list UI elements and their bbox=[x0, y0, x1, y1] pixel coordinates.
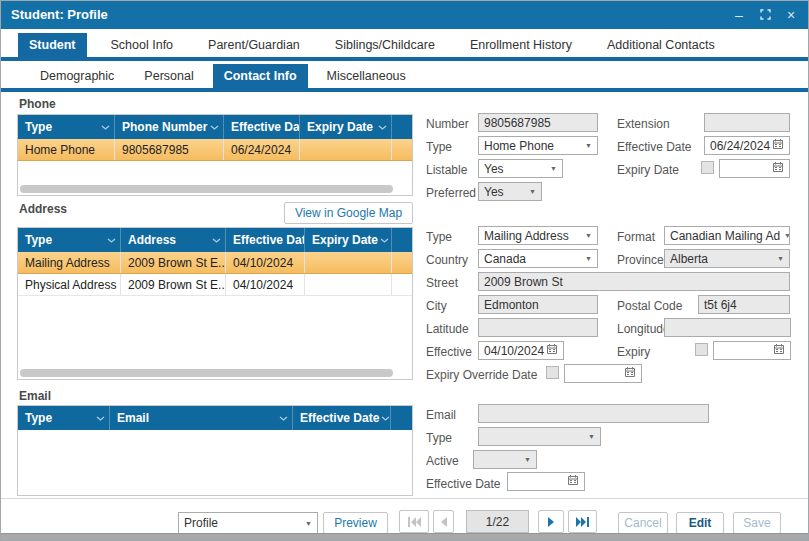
maximize-icon[interactable] bbox=[758, 6, 772, 24]
phone-effective-date-field[interactable]: 06/24/2024 bbox=[704, 136, 790, 155]
report-select[interactable]: Profile▼ bbox=[178, 512, 318, 534]
edit-button[interactable]: Edit bbox=[676, 512, 724, 534]
calendar-icon[interactable] bbox=[773, 343, 785, 358]
address-province-label: Province bbox=[617, 253, 664, 267]
tab-contact-info[interactable]: Contact Info bbox=[213, 64, 308, 88]
view-in-google-map-button[interactable]: View in Google Map bbox=[284, 202, 413, 224]
tab-student[interactable]: Student bbox=[18, 33, 87, 57]
address-table-header: Type Address Effective Date Expiry Date bbox=[18, 228, 412, 252]
address-col-effective[interactable]: Effective Date bbox=[226, 228, 305, 252]
first-page-icon bbox=[407, 517, 422, 527]
tab-siblings-childcare[interactable]: Siblings/Childcare bbox=[324, 33, 446, 57]
phone-preferred-select[interactable]: Yes▼ bbox=[478, 182, 542, 201]
calendar-icon[interactable] bbox=[772, 161, 784, 176]
address-province-select[interactable]: Alberta▼ bbox=[664, 249, 790, 268]
tab-demographic[interactable]: Demographic bbox=[29, 64, 125, 88]
save-button[interactable]: Save bbox=[733, 512, 781, 534]
address-table-hscrollbar[interactable] bbox=[20, 369, 409, 377]
chevron-down-icon: ▼ bbox=[520, 456, 531, 463]
last-page-icon bbox=[575, 517, 590, 527]
address-effective-date-field[interactable]: 04/10/2024 bbox=[478, 341, 564, 360]
address-country-select[interactable]: Canada▼ bbox=[478, 249, 598, 268]
email-active-label: Active bbox=[426, 454, 459, 468]
phone-number-field[interactable]: 9805687985 bbox=[478, 113, 598, 132]
tab-miscellaneous[interactable]: Miscellaneous bbox=[316, 64, 417, 88]
address-col-expiry[interactable]: Expiry Date bbox=[305, 228, 392, 252]
email-address-label: Email bbox=[426, 408, 456, 422]
email-type-label: Type bbox=[426, 431, 452, 445]
address-latitude-field[interactable] bbox=[478, 318, 598, 337]
email-table: Type Email Effective Date bbox=[17, 405, 413, 496]
address-expiry-override-date-field[interactable] bbox=[564, 364, 642, 383]
calendar-icon[interactable] bbox=[772, 138, 784, 153]
tab-school-info[interactable]: School Info bbox=[100, 33, 185, 57]
phone-table-row[interactable]: Home Phone 9805687985 06/24/2024 bbox=[18, 139, 412, 161]
phone-table-hscrollbar[interactable] bbox=[20, 185, 409, 193]
main-tab-underline bbox=[1, 57, 808, 61]
address-col-address[interactable]: Address bbox=[121, 228, 226, 252]
preview-button[interactable]: Preview bbox=[323, 512, 388, 534]
sub-tab-bar: Demographic Personal Contact Info Miscel… bbox=[29, 64, 417, 88]
address-table-row[interactable]: Physical Address 2009 Brown St E... 04/1… bbox=[18, 274, 412, 296]
phone-col-type[interactable]: Type bbox=[18, 115, 115, 139]
phone-extension-label: Extension bbox=[617, 117, 670, 131]
address-expiry-override-checkbox[interactable] bbox=[546, 366, 559, 379]
phone-type-select[interactable]: Home Phone▼ bbox=[478, 136, 598, 155]
address-format-label: Format bbox=[617, 230, 655, 244]
address-table-row[interactable]: Mailing Address 2009 Brown St E... 04/10… bbox=[18, 252, 412, 274]
calendar-icon[interactable] bbox=[546, 343, 558, 358]
email-col-effective[interactable]: Effective Date bbox=[293, 406, 391, 430]
address-postal-code-field[interactable]: t5t 6j4 bbox=[698, 295, 790, 314]
chevron-down-icon: ▼ bbox=[525, 188, 536, 195]
phone-section-label: Phone bbox=[19, 97, 56, 111]
phone-col-expiry[interactable]: Expiry Date bbox=[300, 115, 392, 139]
address-city-field[interactable]: Edmonton bbox=[478, 295, 598, 314]
address-longitude-field[interactable] bbox=[664, 318, 791, 337]
address-street-field[interactable]: 2009 Brown St bbox=[478, 272, 790, 291]
phone-listable-select[interactable]: Yes▼ bbox=[478, 159, 563, 178]
email-col-email[interactable]: Email bbox=[110, 406, 293, 430]
previous-page-button[interactable] bbox=[433, 510, 454, 533]
calendar-icon[interactable] bbox=[567, 474, 579, 489]
email-address-field[interactable] bbox=[478, 404, 709, 423]
address-type-select[interactable]: Mailing Address▼ bbox=[478, 226, 598, 245]
phone-expiry-checkbox[interactable] bbox=[701, 161, 714, 174]
last-page-button[interactable] bbox=[568, 510, 597, 533]
phone-col-number[interactable]: Phone Number bbox=[115, 115, 224, 139]
address-col-type[interactable]: Type bbox=[18, 228, 121, 252]
window-title: Student: Profile bbox=[11, 7, 108, 22]
first-page-button[interactable] bbox=[399, 510, 429, 533]
tab-personal[interactable]: Personal bbox=[133, 64, 204, 88]
email-active-select[interactable]: ▼ bbox=[473, 450, 537, 469]
chevron-down-icon: ▼ bbox=[581, 232, 592, 239]
email-effective-date-field[interactable] bbox=[507, 472, 585, 491]
chevron-down-icon: ▼ bbox=[581, 255, 592, 262]
email-effective-date-label: Effective Date bbox=[426, 477, 500, 491]
phone-effective-date-label: Effective Date bbox=[617, 140, 691, 154]
next-page-button[interactable] bbox=[538, 510, 564, 533]
tab-additional-contacts[interactable]: Additional Contacts bbox=[596, 33, 726, 57]
address-street-label: Street bbox=[426, 276, 458, 290]
address-expiry-checkbox[interactable] bbox=[695, 343, 708, 356]
tab-enrollment-history[interactable]: Enrollment History bbox=[459, 33, 583, 57]
email-type-select[interactable]: ▼ bbox=[478, 427, 601, 446]
email-col-type[interactable]: Type bbox=[18, 406, 110, 430]
close-icon[interactable]: × bbox=[784, 6, 798, 24]
cancel-button[interactable]: Cancel bbox=[618, 512, 668, 534]
phone-table-header: Type Phone Number Effective Date Expiry … bbox=[18, 115, 412, 139]
sort-chevron-icon bbox=[277, 411, 288, 425]
address-format-select[interactable]: Canadian Mailing Ad▼ bbox=[664, 226, 790, 245]
address-effective-label: Effective bbox=[426, 345, 472, 359]
phone-expiry-date-field[interactable] bbox=[719, 159, 790, 178]
phone-col-effective[interactable]: Effective Date bbox=[224, 115, 300, 139]
scrollbar-thumb[interactable] bbox=[20, 369, 393, 377]
scrollbar-thumb[interactable] bbox=[20, 185, 393, 193]
address-expiry-date-field[interactable] bbox=[713, 341, 791, 360]
calendar-icon[interactable] bbox=[624, 366, 636, 381]
minimize-icon[interactable]: – bbox=[732, 6, 746, 24]
window-bottom-edge bbox=[1, 533, 808, 540]
titlebar: Student: Profile – × bbox=[1, 1, 808, 29]
tab-parent-guardian[interactable]: Parent/Guardian bbox=[197, 33, 311, 57]
phone-extension-field[interactable] bbox=[704, 113, 790, 132]
chevron-down-icon: ▼ bbox=[581, 142, 592, 149]
